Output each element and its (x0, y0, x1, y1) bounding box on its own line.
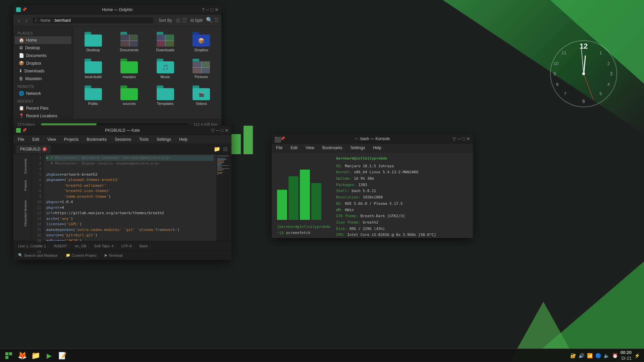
kate-menu-tools[interactable]: Tools (138, 136, 150, 143)
file-item-local-build[interactable]: local-build (76, 57, 110, 81)
folder-icon-videos: 🎬 (193, 85, 210, 100)
taskbar-dolphin-btn[interactable]: 📁 (30, 350, 42, 362)
kate-filesystem-panel-btn[interactable]: Filesystem Browser (16, 198, 29, 229)
kate-menu-help[interactable]: Help (177, 136, 189, 143)
file-item-documents[interactable]: Documents (113, 30, 146, 54)
file-item-public[interactable]: Public (76, 83, 110, 108)
kate-menu-view[interactable]: View (46, 136, 58, 143)
tray-volume-icon[interactable]: 🔈 (604, 353, 609, 358)
konsole-window-controls[interactable]: ▽ ─ □ ✕ (452, 136, 470, 141)
kate-search-replace-btn[interactable]: 🔍 Search and Replace (16, 252, 60, 258)
tray-audio-icon[interactable]: 🔊 (579, 353, 584, 358)
info-uptime: Uptime: 1d 9h 30m (336, 176, 465, 182)
kate-current-project-btn[interactable]: 📁 Current Project (64, 252, 99, 258)
taskbar: 🦊 📁 ▶ 📝 🔐 🔊 📶 🔵 🔈 ⏰ 00:20 Di 21 ⚡ (0, 349, 644, 362)
terminal-label: Terminal (109, 253, 123, 257)
taskbar-kate-btn[interactable]: 📝 (56, 350, 68, 362)
dolphin-search-btn[interactable]: 🔍 (206, 17, 213, 24)
tray-bluetooth-icon[interactable]: 🔵 (595, 353, 601, 358)
sidebar-item-recent-locations[interactable]: 📍 Recent Locations (15, 112, 71, 119)
kate-menu-sessions[interactable]: Sessions (113, 136, 133, 143)
kate-maximize-btn[interactable]: □ (221, 128, 223, 133)
sidebar-item-network[interactable]: 🌐 Network (15, 89, 71, 97)
tray-wifi-icon[interactable]: 📶 (587, 353, 593, 358)
sidebar-item-desktop[interactable]: 🖥 Desktop (15, 44, 71, 52)
file-item-manjaro[interactable]: manjaro (113, 57, 146, 81)
kate-terminal-btn[interactable]: ▶ Terminal (103, 252, 125, 258)
file-item-templates[interactable]: Templates (149, 83, 182, 108)
taskbar-terminal-btn[interactable]: ▶ (43, 350, 55, 362)
sidebar-item-home[interactable]: 🏠 Home (15, 36, 71, 44)
konsole-menu-help[interactable]: Help (371, 144, 383, 151)
breadcrumb-current[interactable]: bernhard (55, 18, 71, 23)
firefox-icon: 🦊 (18, 351, 27, 360)
breadcrumb-home[interactable]: home (41, 18, 51, 23)
kate-menu-edit[interactable]: Edit (31, 136, 41, 143)
kate-menu-file[interactable]: File (16, 136, 26, 143)
kate-tab-pkgbuild[interactable]: PKGBUILD ✕ (16, 145, 51, 154)
konsole-minimize-btn[interactable]: ─ (458, 136, 461, 141)
dolphin-window-controls[interactable]: ? ─ □ ✕ (202, 7, 219, 12)
file-item-dropbox[interactable]: 📦 Dropbox (185, 30, 218, 54)
kate-tab-menu-btn[interactable]: ⊟ (222, 144, 229, 154)
kate-window-controls[interactable]: ▽ ─ □ ✕ (211, 128, 229, 133)
kate-close-btn[interactable]: ✕ (225, 128, 229, 133)
dolphin-minimize-btn[interactable]: ─ (206, 7, 209, 12)
taskbar-time: 00:20 (621, 350, 632, 356)
file-item-sources[interactable]: sources (113, 83, 146, 108)
konsole-menu-settings[interactable]: Settings (349, 144, 367, 151)
kate-projects-panel-btn[interactable]: Projects (16, 178, 29, 193)
kate-menu-projects[interactable]: Projects (62, 136, 80, 143)
konsole-expand-btn[interactable]: ▽ (452, 136, 456, 141)
dolphin-split-btn[interactable]: ⊟ Split (189, 17, 205, 24)
breadcrumb-root[interactable]: / (35, 18, 36, 23)
sidebar-item-recent-files[interactable]: 📋 Recent Files (15, 104, 71, 112)
kate-unpin-btn[interactable]: ▽ (211, 128, 215, 133)
kate-menu-bookmarks[interactable]: Bookmarks (85, 136, 108, 143)
kate-tab-close-btn[interactable]: ✕ (43, 147, 47, 151)
kate-app-icon (16, 128, 21, 133)
sidebar-item-dropbox[interactable]: 📦 Dropbox (15, 59, 71, 67)
file-item-pictures[interactable]: Pictures (185, 57, 218, 81)
dolphin-breadcrumb[interactable]: / › home › bernhard (33, 17, 153, 23)
clock-num-5: 5 (599, 91, 602, 96)
dolphin-view-list-btn[interactable]: ☰ (182, 17, 187, 24)
sidebar-item-downloads[interactable]: ⬇ Downloads (15, 67, 71, 75)
taskbar-firefox-btn[interactable]: 🦊 (16, 350, 28, 362)
sidebar-item-wastebin[interactable]: 🗑 Wastebin (15, 75, 71, 82)
file-item-videos[interactable]: 🎬 Videos (185, 83, 218, 108)
kate-code-area[interactable]: ▶ # Maintainer: Bernhard Landauer <bernh… (44, 154, 216, 241)
konsole-menu-file[interactable]: File (274, 144, 284, 151)
dolphin-maximize-btn[interactable]: □ (211, 7, 213, 12)
konsole-menu-bookmarks[interactable]: Bookmarks (321, 144, 344, 151)
dolphin-menu-btn[interactable]: ☰ (214, 17, 219, 24)
kate-minimize-btn[interactable]: ─ (216, 128, 219, 133)
kate-menu-settings[interactable]: Settings (155, 136, 173, 143)
dolphin-back-btn[interactable]: ‹ (16, 16, 22, 24)
info-shell-val: bash 5.0.11 (352, 189, 376, 193)
kate-documents-panel-btn[interactable]: Documents (16, 157, 29, 176)
remote-section-label: Remote (13, 82, 73, 89)
dolphin-forward-btn[interactable]: › (24, 16, 30, 24)
kate-tab-new-btn[interactable]: 📁 (212, 144, 222, 154)
dolphin-view-icons-btn[interactable]: ⊞ (175, 17, 180, 24)
taskbar-clock[interactable]: 00:20 Di 21 (621, 350, 632, 361)
konsole-menu-view[interactable]: View (304, 144, 316, 151)
line-num-18: 18 (32, 238, 41, 244)
konsole-close-btn[interactable]: ✕ (466, 136, 470, 141)
tray-clock-icon[interactable]: ⏰ (612, 353, 618, 358)
file-item-desktop[interactable]: Desktop (76, 30, 110, 54)
file-item-downloads[interactable]: Downloads (149, 30, 182, 54)
file-item-music[interactable]: 🎵 Music (149, 57, 182, 81)
sidebar-item-documents[interactable]: 📄 Documents (15, 52, 71, 59)
taskbar-manjaro-btn[interactable] (3, 350, 15, 362)
tray-network-icon[interactable]: 🔐 (570, 353, 576, 358)
dolphin-sort-btn[interactable]: Sort By (157, 17, 174, 24)
dolphin-close-btn[interactable]: ✕ (215, 7, 219, 12)
line-num-6: 6 (32, 177, 41, 183)
kate-menubar: File Edit View Projects Bookmarks Sessio… (13, 135, 231, 144)
konsole-maximize-btn[interactable]: □ (462, 136, 465, 141)
tray-battery-icon[interactable]: ⚡ (634, 353, 640, 358)
dolphin-help-btn[interactable]: ? (202, 7, 205, 12)
konsole-menu-edit[interactable]: Edit (289, 144, 299, 151)
